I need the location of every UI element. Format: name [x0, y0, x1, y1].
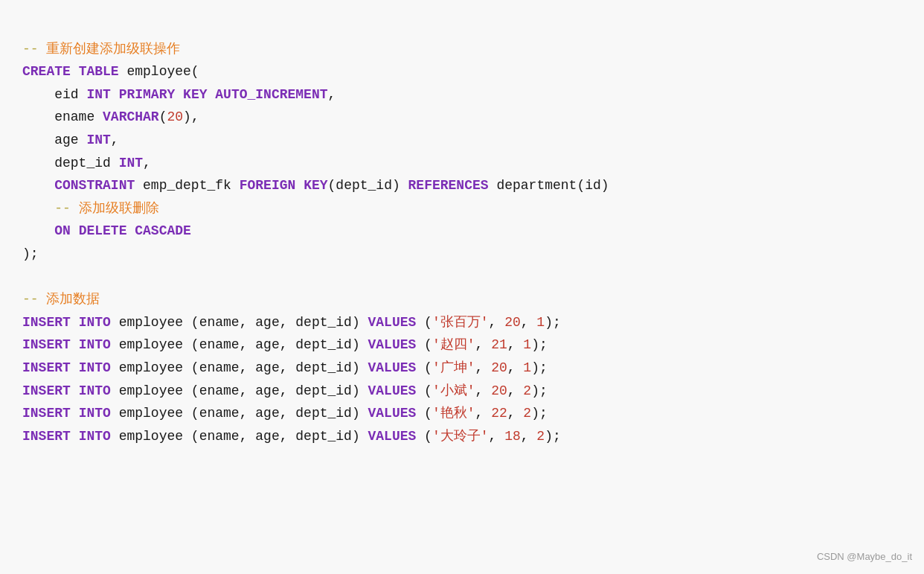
kw-insert-5: INSERT: [22, 406, 71, 421]
kw-values-1: VALUES: [368, 315, 417, 330]
kw-create: CREATE: [22, 64, 71, 79]
kw-into-2: INTO: [79, 337, 111, 352]
comment-cascade: -- 添加级联删除: [54, 201, 158, 216]
type-int-1: INT: [86, 87, 110, 102]
kw-values-6: VALUES: [368, 429, 417, 444]
str-1: '张百万': [432, 315, 489, 330]
num-18: 18: [504, 429, 521, 444]
kw-into-6: INTO: [79, 429, 111, 444]
num-20-1: 20: [504, 315, 521, 330]
type-int-2: INT: [86, 133, 110, 147]
num-20-3: 20: [491, 360, 507, 375]
kw-values-2: VALUES: [368, 337, 417, 352]
num-2-5: 2: [523, 406, 531, 421]
kw-key: KEY: [183, 87, 207, 102]
kw-insert-3: INSERT: [22, 360, 71, 375]
kw-into-3: INTO: [79, 360, 111, 375]
code-editor: -- 重新创建添加级联操作 CREATE TABLE employee( eid…: [0, 0, 924, 574]
kw-delete: DELETE: [79, 223, 127, 238]
kw-insert-2: INSERT: [22, 337, 71, 352]
str-4: '小斌': [432, 383, 475, 398]
kw-references: REFERENCES: [408, 178, 489, 193]
num-20: 20: [167, 109, 183, 124]
kw-foreign: FOREIGN: [240, 178, 296, 193]
watermark: CSDN @Maybe_do_it: [817, 549, 912, 565]
comment-insert-data: -- 添加数据: [22, 292, 100, 307]
num-1-3: 1: [523, 360, 531, 375]
num-21: 21: [491, 337, 507, 352]
num-2-6: 2: [536, 429, 545, 444]
kw-values-4: VALUES: [368, 383, 417, 398]
str-5: '艳秋': [432, 406, 475, 421]
kw-key2: KEY: [304, 178, 327, 193]
kw-into-1: INTO: [79, 315, 111, 330]
kw-values-5: VALUES: [368, 406, 417, 421]
kw-constraint: CONSTRAINT: [54, 178, 135, 193]
type-varchar: VARCHAR: [103, 109, 159, 124]
num-20-4: 20: [491, 383, 507, 398]
kw-into-4: INTO: [79, 383, 111, 398]
kw-cascade: CASCADE: [135, 223, 191, 238]
kw-insert-6: INSERT: [22, 429, 71, 444]
kw-values-3: VALUES: [368, 360, 417, 375]
num-2-4: 2: [523, 383, 531, 398]
num-22: 22: [491, 406, 507, 421]
kw-insert-4: INSERT: [22, 383, 71, 398]
comment-rebuild: -- 重新创建添加级联操作: [22, 42, 180, 57]
code-content: -- 重新创建添加级联操作 CREATE TABLE employee( eid…: [22, 15, 902, 471]
kw-primary: PRIMARY: [119, 87, 176, 102]
type-int-3: INT: [119, 156, 143, 170]
kw-table: TABLE: [79, 64, 119, 79]
str-2: '赵四': [432, 337, 475, 352]
kw-on: ON: [54, 223, 71, 238]
str-3: '广坤': [432, 360, 475, 375]
kw-auto-increment: AUTO_INCREMENT: [215, 87, 327, 102]
kw-into-5: INTO: [79, 406, 111, 421]
num-1-1: 1: [536, 315, 545, 330]
str-6: '大玲子': [432, 429, 489, 444]
num-1-2: 1: [523, 337, 531, 352]
kw-insert-1: INSERT: [22, 315, 71, 330]
